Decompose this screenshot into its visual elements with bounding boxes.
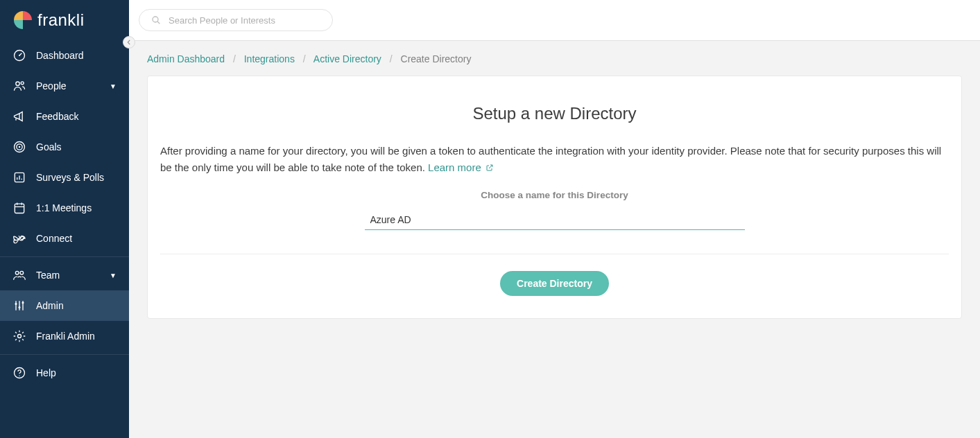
svg-point-10 <box>20 271 24 274</box>
sidebar-item-surveys[interactable]: Surveys & Polls <box>0 162 129 193</box>
sidebar-divider <box>0 354 129 355</box>
sidebar-item-label: Feedback <box>36 111 117 122</box>
sidebar-item-label: Connect <box>36 233 117 244</box>
breadcrumb-separator: / <box>390 53 393 64</box>
sidebar-item-admin[interactable]: Admin <box>0 290 129 321</box>
breadcrumb-current: Create Directory <box>401 53 472 64</box>
breadcrumb-link[interactable]: Admin Dashboard <box>147 53 225 64</box>
brand-name: frankli <box>37 10 85 30</box>
content: Admin Dashboard / Integrations / Active … <box>129 41 980 331</box>
svg-point-3 <box>21 82 24 85</box>
learn-more-link[interactable]: Learn more <box>428 161 494 173</box>
sidebar-item-help[interactable]: Help <box>0 358 129 388</box>
sidebar-item-people[interactable]: People ▼ <box>0 71 129 101</box>
sidebar-item-feedback[interactable]: Feedback <box>0 101 129 132</box>
field-label: Choose a name for this Directory <box>160 190 949 200</box>
search-icon <box>151 15 162 26</box>
breadcrumb-link[interactable]: Active Directory <box>313 53 381 64</box>
svg-point-14 <box>18 335 22 338</box>
svg-point-2 <box>16 82 19 85</box>
sidebar-item-label: Goals <box>36 141 117 152</box>
sidebar-collapse-button[interactable] <box>123 36 135 49</box>
card-description: After providing a name for your director… <box>160 143 949 176</box>
svg-point-17 <box>153 17 158 22</box>
create-directory-button[interactable]: Create Directory <box>500 271 609 296</box>
sidebar-item-label: Surveys & Polls <box>36 172 117 183</box>
chart-icon <box>12 170 26 184</box>
external-link-icon <box>485 164 494 172</box>
brand-logo[interactable]: frankli <box>0 0 129 40</box>
gear-icon <box>12 329 26 343</box>
card: Setup a new Directory After providing a … <box>147 76 962 319</box>
chevron-left-icon <box>126 40 132 45</box>
sliders-icon <box>12 299 26 313</box>
svg-point-12 <box>19 306 21 308</box>
breadcrumb: Admin Dashboard / Integrations / Active … <box>147 53 962 64</box>
breadcrumb-separator: / <box>303 53 306 64</box>
sidebar-item-connect[interactable]: Connect <box>0 223 129 254</box>
sidebar-item-label: Frankli Admin <box>36 331 117 342</box>
search-input[interactable] <box>169 15 321 26</box>
svg-point-1 <box>19 55 20 56</box>
megaphone-icon <box>12 110 26 123</box>
sidebar: frankli Dashboard People ▼ Feedback Goal… <box>0 0 129 438</box>
sidebar-item-label: Admin <box>36 300 117 311</box>
sidebar-item-dashboard[interactable]: Dashboard <box>0 40 129 71</box>
brand-logo-icon <box>14 11 32 29</box>
sidebar-divider <box>0 256 129 257</box>
sidebar-item-goals[interactable]: Goals <box>0 132 129 162</box>
sidebar-item-label: 1:1 Meetings <box>36 202 117 213</box>
sidebar-item-team[interactable]: Team ▼ <box>0 260 129 290</box>
card-divider <box>160 254 949 254</box>
svg-point-9 <box>15 271 19 274</box>
help-icon <box>12 366 26 380</box>
sidebar-item-label: Team <box>36 270 100 281</box>
sidebar-item-label: Dashboard <box>36 50 117 61</box>
directory-name-input[interactable] <box>365 210 745 230</box>
svg-rect-8 <box>15 204 24 213</box>
breadcrumb-link[interactable]: Integrations <box>244 53 295 64</box>
chevron-down-icon: ▼ <box>110 272 117 279</box>
infinity-icon <box>12 231 26 245</box>
card-title: Setup a new Directory <box>160 104 949 123</box>
people-icon <box>12 79 26 93</box>
main-area: Admin Dashboard / Integrations / Active … <box>129 0 980 438</box>
breadcrumb-separator: / <box>233 53 236 64</box>
sidebar-item-label: Help <box>36 367 117 378</box>
svg-point-16 <box>19 376 19 376</box>
sidebar-item-label: People <box>36 80 100 91</box>
search-box[interactable] <box>139 9 333 31</box>
topbar <box>129 0 980 41</box>
svg-point-13 <box>22 301 24 304</box>
svg-point-6 <box>19 146 21 148</box>
sidebar-item-meetings[interactable]: 1:1 Meetings <box>0 193 129 223</box>
gauge-icon <box>12 49 26 62</box>
sidebar-item-frankli-admin[interactable]: Frankli Admin <box>0 321 129 351</box>
chevron-down-icon: ▼ <box>110 82 117 90</box>
team-icon <box>12 268 26 282</box>
target-icon <box>12 140 26 154</box>
svg-point-11 <box>15 303 17 305</box>
calendar-icon <box>12 201 26 215</box>
